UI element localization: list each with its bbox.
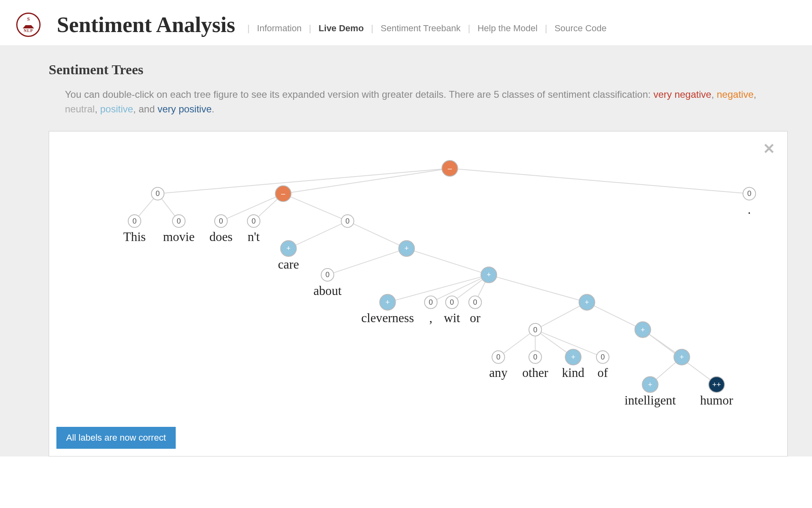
tree-leaf-word: other (522, 366, 549, 380)
nav-separator: | (248, 23, 250, 34)
class-positive: positive (100, 103, 133, 114)
class-very-positive: very positive (157, 103, 211, 114)
tree-node-symbol: 0 (601, 353, 605, 361)
nav-link-live-demo[interactable]: Live Demo (319, 23, 364, 34)
svg-line-16 (489, 275, 587, 302)
tree-node-symbol: + (680, 353, 684, 361)
tree-leaf-word: n't (248, 230, 260, 244)
svg-line-9 (347, 221, 407, 249)
tree-leaf-word: about (313, 284, 342, 298)
tree-node-symbol: 0 (252, 217, 256, 225)
svg-line-18 (587, 302, 643, 330)
tree-node-symbol: 0 (533, 326, 537, 334)
tree-leaf-word: intelligent (625, 393, 676, 407)
tree-node-symbol: – (281, 189, 286, 198)
nav-separator: | (545, 23, 547, 34)
tree-node-symbol: 0 (473, 298, 477, 306)
labels-correct-button[interactable]: All labels are now correct (56, 427, 176, 449)
tree-node-symbol: ++ (712, 381, 721, 389)
section-intro: You can double-click on each tree figure… (65, 87, 788, 116)
top-nav: | Information | Live Demo | Sentiment Tr… (248, 23, 607, 34)
tree-node-symbol: 0 (345, 217, 349, 225)
tree-leaf-word: cleverness (361, 311, 414, 325)
tree-node-symbol: 0 (533, 353, 537, 361)
nav-link-help-the-model[interactable]: Help the Model (478, 23, 538, 34)
tree-leaf-word: does (209, 230, 233, 244)
nav-link-information[interactable]: Information (257, 23, 302, 34)
tree-node-symbol: + (386, 298, 390, 306)
page-title: Sentiment Analysis (57, 12, 235, 37)
tree-leaf-word: . (748, 202, 751, 217)
tree-node-symbol: 0 (429, 298, 433, 306)
stanford-nlp-logo-icon: S NLP (16, 13, 41, 37)
tree-leaf-word: , (429, 311, 433, 325)
nav-separator: | (309, 23, 311, 34)
tree-node-symbol: + (648, 381, 653, 389)
tree-node-symbol: 0 (132, 217, 136, 225)
tree-node-symbol: + (585, 298, 589, 306)
logo-letters-nlp: NLP (24, 29, 33, 33)
section-title: Sentiment Trees (49, 62, 788, 77)
class-negative: negative (717, 89, 754, 100)
logo-letter-s: S (27, 17, 30, 22)
svg-line-7 (283, 194, 348, 221)
class-neutral: neutral (65, 103, 95, 114)
svg-line-19 (498, 330, 535, 357)
tree-leaf-word: wit (444, 311, 460, 325)
svg-line-0 (158, 168, 450, 194)
class-very-negative: very negative (653, 89, 711, 100)
tree-leaf-word: This (123, 230, 146, 244)
tree-leaf-word: care (278, 257, 299, 271)
tree-leaf-word: of (597, 366, 608, 380)
tree-node-symbol: 0 (325, 271, 330, 279)
tree-node-symbol: 0 (219, 217, 223, 225)
tree-node-symbol: 0 (496, 353, 500, 361)
close-icon[interactable]: ✕ (763, 140, 775, 157)
svg-line-11 (407, 248, 489, 275)
svg-line-2 (450, 168, 749, 194)
nav-link-source-code[interactable]: Source Code (554, 23, 606, 34)
sentiment-tree-panel[interactable]: ✕ –00This0movie–0does0n't0+care+0about++… (49, 131, 788, 456)
tree-node-symbol: 0 (177, 217, 181, 225)
nav-link-sentiment-treebank[interactable]: Sentiment Treebank (381, 23, 461, 34)
sentiment-tree-figure[interactable]: –00This0movie–0does0n't0+care+0about++cl… (49, 131, 787, 456)
tree-leaf-word: movie (163, 230, 195, 244)
svg-line-17 (535, 302, 587, 330)
tree-node-symbol: + (641, 326, 645, 334)
tree-node-symbol: + (487, 271, 491, 279)
intro-text: You can double-click on each tree figure… (65, 89, 653, 100)
tree-leaf-word: any (489, 366, 507, 380)
logo-tree-icon (23, 22, 34, 28)
header: S NLP Sentiment Analysis | Information |… (0, 0, 812, 46)
tree-node-symbol: – (448, 164, 452, 172)
tree-leaf-word: kind (562, 366, 585, 380)
svg-line-8 (289, 221, 348, 249)
tree-node-symbol: 0 (747, 189, 751, 198)
svg-line-10 (327, 248, 407, 275)
nav-separator: | (371, 23, 373, 34)
tree-node-symbol: + (571, 353, 575, 361)
tree-node-symbol: + (405, 244, 409, 252)
tree-node-symbol: 0 (156, 189, 160, 198)
tree-leaf-word: or (470, 311, 481, 325)
nav-separator: | (468, 23, 470, 34)
tree-node-symbol: + (286, 244, 291, 252)
tree-leaf-word: humor (700, 393, 733, 407)
tree-node-symbol: 0 (450, 298, 454, 306)
